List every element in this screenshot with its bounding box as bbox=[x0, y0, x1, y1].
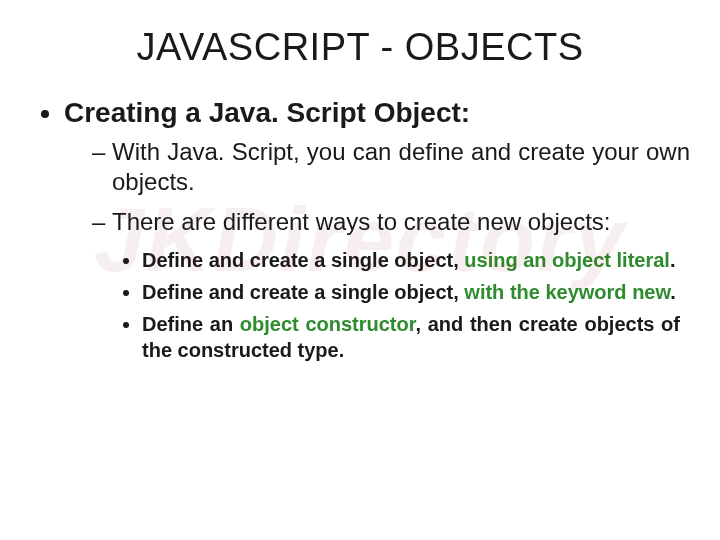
level1-list: Creating a Java. Script Object: With Jav… bbox=[42, 97, 690, 363]
highlight-keyword-new: with the keyword new bbox=[464, 281, 670, 303]
level3-list: Define and create a single object, using… bbox=[124, 247, 690, 363]
slide: JKDirectory JAVASCRIPT - OBJECTS Creatin… bbox=[0, 0, 720, 540]
highlight-object-constructor: object constructor bbox=[240, 313, 416, 335]
topic-heading: Creating a Java. Script Object: bbox=[64, 97, 470, 128]
point-define-create: With Java. Script, you can define and cr… bbox=[92, 137, 690, 197]
highlight-object-literal: using an object literal bbox=[464, 249, 670, 271]
point-different-ways: There are different ways to create new o… bbox=[92, 207, 690, 237]
way-object-literal: Define and create a single object, using… bbox=[142, 247, 680, 273]
way-object-constructor: Define an object constructor, and then c… bbox=[142, 311, 680, 363]
level2-list: With Java. Script, you can define and cr… bbox=[92, 137, 690, 237]
way-keyword-new: Define and create a single object, with … bbox=[142, 279, 680, 305]
slide-title: JAVASCRIPT - OBJECTS bbox=[30, 26, 690, 69]
topic-item: Creating a Java. Script Object: With Jav… bbox=[64, 97, 690, 363]
